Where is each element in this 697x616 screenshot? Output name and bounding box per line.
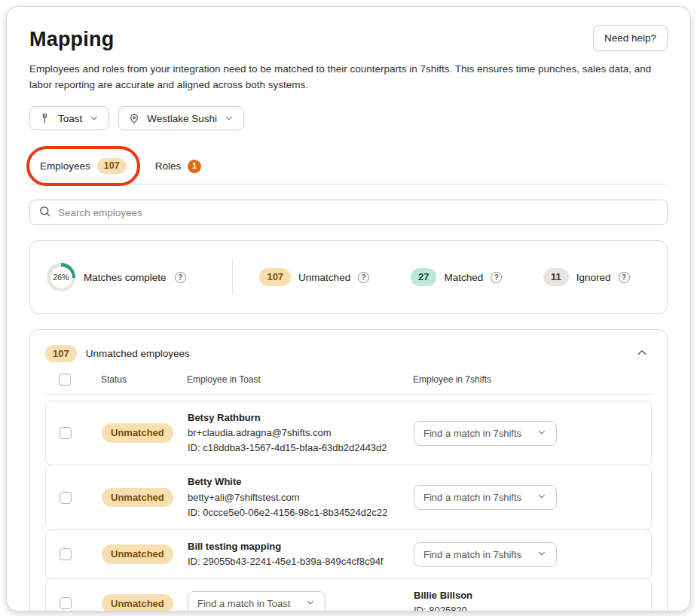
- find-match-dropdown[interactable]: Find a match in 7shifts: [414, 485, 557, 510]
- vertical-divider: [232, 260, 233, 294]
- employee-name: Bill testing mapping: [188, 539, 414, 554]
- matched-label: Matched: [444, 272, 483, 283]
- row-checkbox[interactable]: [60, 427, 72, 439]
- column-header-status: Status: [101, 374, 187, 385]
- collapse-section-button[interactable]: [632, 343, 652, 364]
- status-badge: Unmatched: [102, 594, 173, 612]
- chevron-down-icon: [537, 427, 547, 440]
- location-select-label: Westlake Sushi: [147, 113, 217, 124]
- integration-select[interactable]: Toast: [29, 106, 109, 130]
- status-badge: Unmatched: [102, 488, 173, 508]
- tab-employees[interactable]: Employees 107: [38, 148, 128, 184]
- matches-complete-label: Matches complete: [84, 272, 167, 283]
- employee-name: Billie Billson: [414, 588, 637, 603]
- toast-employee-info: Betty White betty+ali@7shiftstest.com ID…: [188, 474, 414, 520]
- chevron-up-icon: [635, 350, 649, 361]
- unmatched-employees-section: 107 Unmatched employees Status Employee …: [29, 329, 668, 611]
- integration-select-label: Toast: [58, 113, 82, 124]
- progress-ring: 26%: [47, 263, 75, 291]
- tab-employees-count-badge: 107: [97, 158, 127, 174]
- find-match-dropdown[interactable]: Find a match in Toast: [188, 591, 326, 611]
- employee-email: betty+ali@7shiftstest.com: [188, 490, 414, 505]
- table-header-row: Status Employee in Toast Employee in 7sh…: [45, 374, 652, 395]
- tab-employees-label: Employees: [40, 160, 90, 172]
- ignored-label: Ignored: [576, 272, 611, 283]
- help-icon[interactable]: [491, 272, 502, 283]
- section-count-badge: 107: [45, 345, 77, 363]
- location-select[interactable]: Westlake Sushi: [118, 106, 244, 130]
- employee-id: ID: 29055b43-2241-45e1-b39a-849c4cf8c94f: [188, 554, 414, 569]
- page-description: Employees and roles from your integratio…: [29, 62, 668, 93]
- find-match-label: Find a match in 7shifts: [423, 549, 521, 560]
- column-header-toast: Employee in Toast: [187, 374, 413, 385]
- search-employees-input[interactable]: [58, 207, 659, 218]
- matches-complete-group: 26% Matches complete: [47, 263, 232, 291]
- find-match-label: Find a match in Toast: [197, 598, 290, 609]
- tab-roles-label: Roles: [155, 160, 182, 172]
- page-header: Mapping Need help?: [29, 25, 668, 51]
- tab-bar: Employees 107 Roles 1: [29, 148, 668, 184]
- row-checkbox[interactable]: [60, 548, 72, 560]
- status-badge: Unmatched: [102, 544, 173, 564]
- employee-id: ID: 8025820: [414, 603, 637, 611]
- status-badge: Unmatched: [102, 423, 173, 443]
- tab-roles[interactable]: Roles 1: [154, 150, 203, 183]
- match-stats-card: 26% Matches complete 107 Unmatched 27 Ma…: [29, 240, 668, 314]
- row-checkbox[interactable]: [60, 597, 72, 609]
- stat-ignored: 11 Ignored: [543, 268, 630, 286]
- tab-roles-count-badge: 1: [188, 160, 201, 173]
- stat-matched: 27 Matched: [411, 268, 502, 286]
- utensils-icon: [39, 112, 51, 124]
- unmatched-count-badge: 107: [259, 268, 291, 286]
- 7shifts-employee-info: Billie Billson ID: 8025820: [414, 588, 637, 611]
- employee-email: br+claudia.adragna@7shifts.com: [188, 425, 414, 441]
- column-header-7shifts: Employee in 7shifts: [413, 374, 638, 385]
- table-row: Unmatched Find a match in Toast Billie B…: [45, 578, 652, 611]
- select-all-checkbox[interactable]: [59, 374, 71, 386]
- unmatched-label: Unmatched: [298, 272, 350, 283]
- matched-count-badge: 27: [411, 268, 436, 286]
- chevron-down-icon: [537, 491, 547, 504]
- chevron-down-icon: [224, 113, 234, 124]
- toast-employee-info: Bill testing mapping ID: 29055b43-2241-4…: [188, 539, 414, 569]
- stat-unmatched: 107 Unmatched: [259, 268, 369, 286]
- chevron-down-icon: [305, 597, 316, 610]
- toast-employee-info: Betsy Rathburn br+claudia.adragna@7shift…: [188, 410, 414, 456]
- chevron-down-icon: [537, 548, 547, 561]
- employee-rows: Unmatched Betsy Rathburn br+claudia.adra…: [45, 401, 652, 611]
- employee-name: Betty White: [188, 474, 414, 489]
- table-row: Unmatched Bill testing mapping ID: 29055…: [45, 529, 652, 579]
- find-match-label: Find a match in 7shifts: [423, 492, 521, 503]
- employee-name: Betsy Rathburn: [188, 410, 414, 425]
- search-employees-box: [29, 200, 668, 225]
- find-match-dropdown[interactable]: Find a match in 7shifts: [414, 421, 557, 446]
- page-title: Mapping: [29, 25, 114, 51]
- stat-counters: 107 Unmatched 27 Matched 11 Ignored: [239, 268, 650, 286]
- employee-id: ID: 0ccce5e0-06e2-4156-98c1-8b34524d2c22: [188, 505, 414, 520]
- filter-bar: Toast Westlake Sushi: [29, 106, 668, 130]
- progress-percent: 26%: [50, 267, 72, 288]
- mapping-page-card: Mapping Need help? Employees and roles f…: [6, 6, 691, 611]
- need-help-button[interactable]: Need help?: [593, 25, 668, 51]
- help-icon[interactable]: [358, 272, 369, 283]
- table-row: Unmatched Betsy Rathburn br+claudia.adra…: [45, 401, 652, 465]
- table-row: Unmatched Betty White betty+ali@7shiftst…: [45, 465, 652, 529]
- ignored-count-badge: 11: [543, 268, 569, 286]
- search-icon: [38, 205, 51, 221]
- location-pin-icon: [128, 112, 140, 124]
- section-title: Unmatched employees: [86, 348, 190, 359]
- section-header: 107 Unmatched employees: [45, 343, 652, 364]
- help-icon[interactable]: [175, 272, 186, 283]
- chevron-down-icon: [89, 113, 99, 124]
- find-match-label: Find a match in 7shifts: [423, 428, 521, 439]
- help-icon[interactable]: [619, 272, 630, 283]
- find-match-dropdown[interactable]: Find a match in 7shifts: [414, 542, 557, 567]
- employee-id: ID: c18ddba3-1567-4d15-bfaa-63db2d2443d2: [188, 441, 414, 456]
- row-checkbox[interactable]: [60, 492, 72, 504]
